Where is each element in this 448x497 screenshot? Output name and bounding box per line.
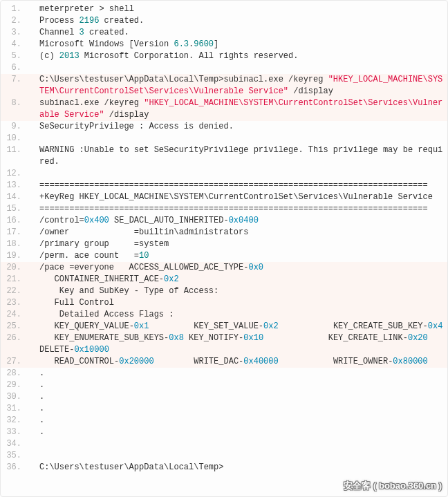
code-line: 22. Key and SubKey - Type of Access: bbox=[1, 285, 447, 297]
line-number: 32. bbox=[1, 415, 27, 426]
code-line: 18./primary group =system bbox=[1, 238, 447, 250]
line-content[interactable]: /control=0x400 SE_DACL_AUTO_INHERITED-0x… bbox=[39, 215, 447, 227]
line-content[interactable]: ========================================… bbox=[39, 203, 447, 215]
code-token: READ_CONTROL- bbox=[39, 357, 119, 366]
code-token: Process bbox=[39, 16, 80, 26]
line-content[interactable]: C:\Users\testuser\AppData\Local\Temp>sub… bbox=[39, 74, 447, 97]
code-token: subinacl.exe /keyreg bbox=[39, 98, 144, 108]
code-line: 31.. bbox=[1, 403, 447, 415]
code-token: ========================================… bbox=[39, 204, 428, 214]
line-number: 10. bbox=[1, 133, 27, 144]
line-content[interactable]: Detailed Access Flags : bbox=[39, 309, 447, 321]
code-token: KEY_NOTIFY- bbox=[184, 333, 243, 343]
code-line: 6. bbox=[1, 62, 447, 74]
line-content[interactable]: KEY_QUERY_VALUE-0x1 KEY_SET_VALUE-0x2 KE… bbox=[39, 321, 447, 332]
line-content[interactable]: Process 2196 created. bbox=[39, 15, 447, 27]
line-content[interactable]: (c) 2013 Microsoft Corporation. All righ… bbox=[39, 50, 447, 62]
code-token: 10 bbox=[139, 251, 149, 261]
line-content[interactable] bbox=[39, 168, 447, 180]
code-line: 8.subinacl.exe /keyreg "HKEY_LOCAL_MACHI… bbox=[1, 97, 447, 121]
line-content[interactable]: . bbox=[39, 379, 447, 391]
code-line: 28.. bbox=[1, 368, 447, 379]
code-token: Microsoft Windows [Version bbox=[39, 39, 174, 49]
code-token: 0x20 bbox=[408, 333, 428, 343]
line-number: 29. bbox=[1, 379, 27, 391]
line-content[interactable]: WARNING :Unable to set SeSecurityPrivile… bbox=[39, 144, 447, 168]
code-token: > shell bbox=[99, 4, 133, 14]
line-content[interactable]: READ_CONTROL-0x20000 WRITE_DAC-0x40000 W… bbox=[39, 356, 447, 368]
line-number: 20. bbox=[1, 262, 27, 274]
line-content[interactable]: C:\Users\testuser\AppData\Local\Temp> bbox=[39, 462, 447, 473]
code-line: 24. Detailed Access Flags : bbox=[1, 309, 447, 321]
code-token: . bbox=[39, 368, 44, 378]
line-content[interactable]: +KeyReg HKEY_LOCAL_MACHINE\SYSTEM\Curren… bbox=[39, 191, 447, 203]
code-token: KEY_QUERY_VALUE- bbox=[39, 321, 134, 331]
code-block[interactable]: 1.meterpreter > shell2.Process 2196 crea… bbox=[1, 1, 447, 476]
code-token: ] bbox=[214, 39, 218, 49]
code-token: 2013 bbox=[59, 51, 80, 61]
code-line: 13.=====================================… bbox=[1, 180, 447, 191]
line-number: 15. bbox=[1, 203, 27, 215]
code-token bbox=[39, 133, 44, 143]
line-content[interactable]: . bbox=[39, 415, 447, 426]
line-content[interactable] bbox=[39, 62, 447, 74]
line-content[interactable] bbox=[39, 133, 447, 144]
code-token: 0x2 bbox=[164, 274, 179, 284]
line-number: 25. bbox=[1, 321, 27, 332]
line-content[interactable]: ========================================… bbox=[39, 180, 447, 191]
line-number: 21. bbox=[1, 274, 27, 285]
code-token: KEY_CREATE_SUB_KEY- bbox=[279, 321, 428, 331]
code-token: SE_DACL_AUTO_INHERITED- bbox=[109, 216, 229, 225]
code-line: 4.Microsoft Windows [Version 6.3.9600] bbox=[1, 39, 447, 50]
line-number: 3. bbox=[1, 27, 27, 39]
line-content[interactable]: subinacl.exe /keyreg "HKEY_LOCAL_MACHINE… bbox=[39, 97, 447, 121]
line-content[interactable]: Key and SubKey - Type of Access: bbox=[39, 285, 447, 297]
code-line: 1.meterpreter > shell bbox=[1, 3, 447, 15]
line-content[interactable]: Microsoft Windows [Version 6.3.9600] bbox=[39, 39, 447, 50]
code-token: 0x0 bbox=[248, 263, 263, 272]
line-content[interactable]: SeSecurityPrivilege : Access is denied. bbox=[39, 121, 447, 133]
code-line: 10. bbox=[1, 133, 447, 144]
code-token: ========================================… bbox=[39, 180, 428, 190]
code-token: . bbox=[39, 404, 44, 413]
code-token: created. bbox=[99, 16, 144, 26]
line-number: 16. bbox=[1, 215, 27, 227]
line-content[interactable]: . bbox=[39, 368, 447, 379]
line-content[interactable]: . bbox=[39, 426, 447, 438]
code-token: /display bbox=[288, 86, 333, 96]
code-line: 25. KEY_QUERY_VALUE-0x1 KEY_SET_VALUE-0x… bbox=[1, 321, 447, 332]
line-content[interactable]: CONTAINER_INHERIT_ACE-0x2 bbox=[39, 274, 447, 285]
code-line: 36.C:\Users\testuser\AppData\Local\Temp> bbox=[1, 462, 447, 473]
code-token: 0x10 bbox=[243, 333, 263, 343]
code-token: /perm. ace count = bbox=[39, 251, 139, 261]
code-token: CONTAINER_INHERIT_ACE- bbox=[39, 274, 164, 284]
line-number: 33. bbox=[1, 426, 27, 438]
line-content[interactable]: Full Control bbox=[39, 297, 447, 309]
line-number: 1. bbox=[1, 3, 27, 15]
line-number: 4. bbox=[1, 39, 27, 50]
code-token: 0x400 bbox=[84, 216, 109, 225]
line-content[interactable]: /primary group =system bbox=[39, 238, 447, 250]
line-content[interactable]: KEY_ENUMERATE_SUB_KEYS-0x8 KEY_NOTIFY-0x… bbox=[39, 332, 447, 356]
line-content[interactable]: . bbox=[39, 403, 447, 415]
line-number: 26. bbox=[1, 332, 27, 344]
line-content[interactable]: /perm. ace count =10 bbox=[39, 250, 447, 262]
line-content[interactable]: Channel 3 created. bbox=[39, 27, 447, 39]
line-number: 31. bbox=[1, 403, 27, 415]
line-number: 23. bbox=[1, 297, 27, 309]
code-line: 27. READ_CONTROL-0x20000 WRITE_DAC-0x400… bbox=[1, 356, 447, 368]
code-token bbox=[39, 169, 44, 178]
code-token: . bbox=[39, 415, 44, 425]
code-line: 20./pace =everyone ACCESS_ALLOWED_ACE_TY… bbox=[1, 262, 447, 274]
line-content[interactable]: /owner =builtin\administrators bbox=[39, 227, 447, 238]
line-content[interactable]: /pace =everyone ACCESS_ALLOWED_ACE_TYPE-… bbox=[39, 262, 447, 274]
line-content[interactable] bbox=[39, 450, 447, 462]
line-content[interactable] bbox=[39, 438, 447, 450]
code-token: 0x4 bbox=[428, 321, 443, 331]
code-line: 19./perm. ace count =10 bbox=[1, 250, 447, 262]
code-token: KEY_SET_VALUE- bbox=[149, 321, 263, 331]
code-token: 0x20000 bbox=[119, 357, 153, 366]
line-content[interactable]: meterpreter > shell bbox=[39, 3, 447, 15]
code-token: 3 bbox=[80, 28, 84, 37]
line-content[interactable]: . bbox=[39, 391, 447, 403]
